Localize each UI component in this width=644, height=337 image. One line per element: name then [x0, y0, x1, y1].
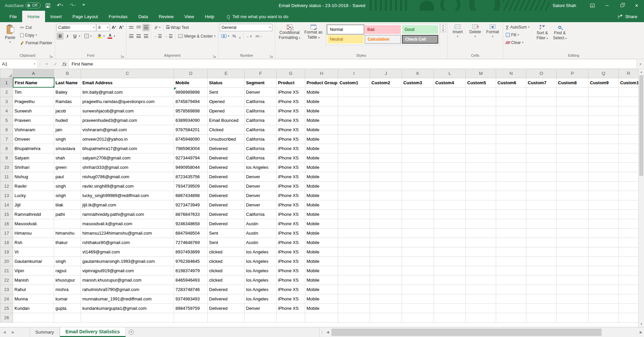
- save-button[interactable]: [44, 3, 52, 8]
- cell-P24[interactable]: [557, 294, 589, 303]
- cell-O4[interactable]: [526, 106, 557, 115]
- cell-Q24[interactable]: [589, 294, 619, 303]
- cell-M24[interactable]: [466, 294, 496, 303]
- format-painter-button[interactable]: Format Painter: [19, 39, 53, 47]
- cell-E8[interactable]: Delivered: [208, 144, 245, 153]
- cell-F4[interactable]: California: [245, 106, 277, 115]
- cell-L10[interactable]: [434, 162, 466, 172]
- cell-F10[interactable]: los Angeles: [245, 162, 277, 172]
- column-header-P[interactable]: P: [557, 69, 589, 78]
- cell-O24[interactable]: [526, 294, 557, 303]
- row-header-22[interactable]: 22: [0, 275, 13, 285]
- cell-C11[interactable]: nishug0786@gmail.com: [81, 172, 174, 181]
- cell-R25[interactable]: [619, 303, 639, 313]
- ribbon-tab-view[interactable]: View: [179, 11, 199, 22]
- cell-K12[interactable]: [402, 181, 434, 191]
- cell-D14[interactable]: 9273473949: [174, 200, 208, 209]
- cell-G8[interactable]: iPhone XS: [277, 144, 305, 153]
- ribbon-tab-data[interactable]: Data: [133, 11, 154, 22]
- increase-indent-button[interactable]: →: [163, 33, 174, 40]
- cancel-formula-button[interactable]: ×: [42, 59, 51, 69]
- delete-cells-button[interactable]: × Delete ▾: [467, 23, 484, 39]
- cell-D17[interactable]: 6847948504: [174, 228, 208, 238]
- cell-K18[interactable]: [402, 238, 434, 247]
- decrease-indent-button[interactable]: ←: [153, 33, 163, 40]
- decrease-decimal-button[interactable]: .00→: [253, 33, 264, 40]
- cell-M4[interactable]: [466, 106, 496, 115]
- cell-E1[interactable]: Status: [208, 78, 245, 87]
- cell-C14[interactable]: jijil.tk@gmail.com: [81, 200, 174, 209]
- font-name-caret-icon[interactable]: ▾: [91, 26, 94, 29]
- cell-K3[interactable]: [402, 97, 434, 106]
- cell-P10[interactable]: [557, 162, 589, 172]
- cell-A16[interactable]: Masoodvali.: [13, 219, 54, 228]
- cell-K17[interactable]: [402, 228, 434, 238]
- cell-E21[interactable]: clicked: [208, 266, 245, 275]
- cell-N4[interactable]: [496, 106, 526, 115]
- borders-caret-icon[interactable]: ▾: [90, 35, 91, 38]
- cell-L7[interactable]: [434, 134, 466, 144]
- cell-R13[interactable]: [619, 191, 639, 200]
- cell-F26[interactable]: [245, 313, 277, 322]
- cell-K7[interactable]: [402, 134, 434, 144]
- cell-C18[interactable]: rshthakur80@gmail.com: [81, 238, 174, 247]
- cell-N8[interactable]: [496, 144, 526, 153]
- cell-style-neutral[interactable]: Neutral: [327, 35, 364, 44]
- cell-M19[interactable]: [466, 247, 496, 256]
- row-header-6[interactable]: 6: [0, 125, 13, 134]
- cell-L12[interactable]: [434, 181, 466, 191]
- cell-I15[interactable]: [338, 209, 370, 219]
- cell-K16[interactable]: [402, 219, 434, 228]
- font-dialog-launcher[interactable]: [121, 54, 124, 58]
- cell-M1[interactable]: Custom5: [466, 78, 496, 87]
- cell-A8[interactable]: Bhupalmehra: [13, 144, 54, 153]
- cell-J21[interactable]: [370, 266, 402, 275]
- cell-B14[interactable]: tilak: [54, 200, 81, 209]
- cell-C8[interactable]: bhupalmehra17@gmail.com: [81, 144, 174, 153]
- cell-M13[interactable]: [466, 191, 496, 200]
- cell-K19[interactable]: [402, 247, 434, 256]
- cell-P11[interactable]: [557, 172, 589, 181]
- cell-R14[interactable]: [619, 200, 639, 209]
- autosum-button[interactable]: ΣAutoSum▾: [505, 23, 531, 31]
- cell-E6[interactable]: Clicked: [208, 125, 245, 134]
- cell-K10[interactable]: [402, 162, 434, 172]
- cell-C9[interactable]: satyam2708@gmail.com: [81, 153, 174, 162]
- cell-J22[interactable]: [370, 275, 402, 285]
- cell-J5[interactable]: [370, 115, 402, 125]
- format-as-table-caret-icon[interactable]: ▾: [318, 36, 320, 39]
- percent-style-button[interactable]: %: [231, 33, 238, 40]
- cell-H10[interactable]: Mobile: [305, 162, 338, 172]
- cell-O3[interactable]: [526, 97, 557, 106]
- cell-D1[interactable]: Mobile: [174, 78, 208, 87]
- cell-R17[interactable]: [619, 228, 639, 238]
- cell-H16[interactable]: Mobile: [305, 219, 338, 228]
- row-header-8[interactable]: 8: [0, 144, 13, 153]
- format-as-table-button[interactable]: Format asTable ▾: [303, 23, 325, 41]
- cell-P21[interactable]: [557, 266, 589, 275]
- cell-I16[interactable]: [338, 219, 370, 228]
- bold-button[interactable]: B: [56, 33, 64, 40]
- cell-N15[interactable]: [496, 209, 526, 219]
- row-header-14[interactable]: 14: [0, 200, 13, 209]
- cell-O5[interactable]: [526, 115, 557, 125]
- format-cells-caret-icon[interactable]: ▾: [492, 35, 493, 38]
- number-format-caret-icon[interactable]: ▾: [267, 26, 271, 29]
- cell-O11[interactable]: [526, 172, 557, 181]
- cell-P14[interactable]: [557, 200, 589, 209]
- cell-D22[interactable]: 8465946493: [174, 275, 208, 285]
- row-header-17[interactable]: 17: [0, 228, 13, 238]
- cell-H22[interactable]: Mobile: [305, 275, 338, 285]
- paste-caret-icon[interactable]: ▾: [9, 41, 11, 44]
- cell-M14[interactable]: [466, 200, 496, 209]
- cell-R5[interactable]: [619, 115, 639, 125]
- cell-F3[interactable]: California: [245, 97, 277, 106]
- cell-M6[interactable]: [466, 125, 496, 134]
- cell-D16[interactable]: 9246348658: [174, 219, 208, 228]
- cell-O7[interactable]: [526, 134, 557, 144]
- cell-F2[interactable]: Denver: [245, 87, 277, 97]
- cell-P13[interactable]: [557, 191, 589, 200]
- cell-O26[interactable]: [526, 313, 557, 322]
- cell-R6[interactable]: [619, 125, 639, 134]
- select-all-button[interactable]: [0, 69, 13, 78]
